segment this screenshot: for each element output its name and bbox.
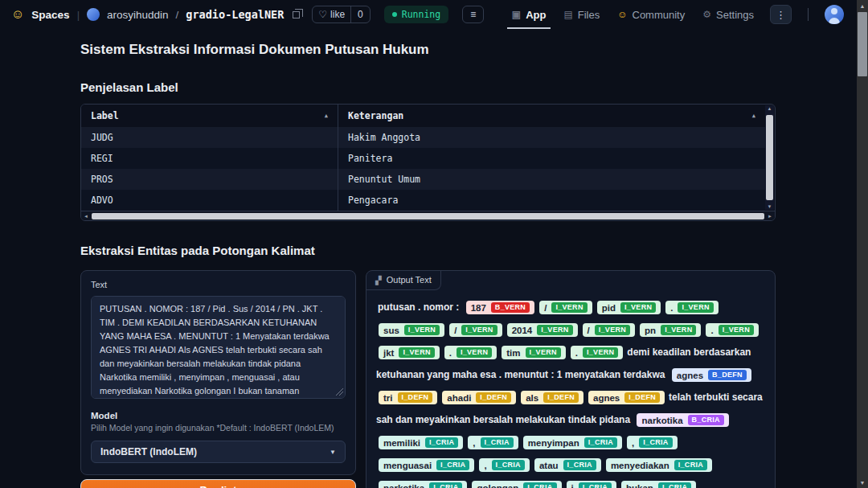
owner-link[interactable]: arosyihuddin xyxy=(107,9,169,21)
nav-tab-settings[interactable]: ⚙Settings xyxy=(702,0,754,29)
output-text-segment: putusan . nomor : xyxy=(378,301,459,313)
page-title: Sistem Ekstraksi Informasi Dokumen Putus… xyxy=(80,42,776,58)
nav-tab-app[interactable]: ▣App xyxy=(512,0,547,29)
entity-chip[interactable]: alsI_DEFN xyxy=(521,391,583,404)
entity-chip[interactable]: ,I_CRIA xyxy=(479,458,530,472)
like-count[interactable]: 0 xyxy=(350,6,370,23)
keterangan-cell[interactable]: Panitera xyxy=(338,148,765,169)
column-header-label[interactable]: Label▲ xyxy=(81,105,338,127)
entity-token: menguasai xyxy=(383,461,432,470)
entity-chip[interactable]: /I_VERN xyxy=(539,301,592,314)
entity-chip[interactable]: .I_VERN xyxy=(444,346,497,359)
entity-chip[interactable]: pidI_VERN xyxy=(597,301,661,314)
like-button[interactable]: ♡ like 0 xyxy=(312,6,370,23)
table-hscroll-thumb[interactable] xyxy=(92,213,764,219)
sort-icon[interactable]: ▲ xyxy=(325,113,328,119)
entity-chip[interactable]: ,I_CRIA xyxy=(468,436,518,449)
entity-tag-badge: I_DEFN xyxy=(476,392,511,403)
entity-chip[interactable]: ahadiI_DEFN xyxy=(442,391,516,404)
output-tab-label: Output Text xyxy=(387,275,432,285)
copy-icon[interactable] xyxy=(293,11,300,18)
scroll-right-icon[interactable]: ► xyxy=(768,214,772,219)
entity-tag-badge: I_CRIA xyxy=(658,482,691,488)
table-horizontal-scrollbar[interactable]: ◄ ► xyxy=(81,211,775,220)
scroll-down-icon[interactable]: ▼ xyxy=(857,477,868,488)
more-options-button[interactable]: ⋮ xyxy=(770,5,792,24)
owner-avatar[interactable] xyxy=(87,8,100,21)
entity-tag-badge: I_CRIA xyxy=(523,482,556,488)
entity-chip[interactable]: golonganI_CRIA xyxy=(472,481,561,488)
model-dropdown[interactable]: IndoBERT (IndoLEM) ▼ xyxy=(91,441,346,463)
entity-chip[interactable]: 2014I_VERN xyxy=(507,323,578,337)
entity-tag-badge: I_VERN xyxy=(661,325,696,335)
entity-chip[interactable]: pnI_VERN xyxy=(640,323,701,337)
entity-chip[interactable]: .I_VERN xyxy=(706,323,759,337)
entity-tag-badge: I_DEFN xyxy=(398,392,433,403)
status-badge[interactable]: Running xyxy=(384,6,448,23)
entity-chip[interactable]: ,I_CRIA xyxy=(627,436,678,449)
nav-tab-label: Files xyxy=(578,9,600,21)
entity-chip[interactable]: susI_VERN xyxy=(379,323,444,337)
app-content: Sistem Ekstraksi Informasi Dokumen Putus… xyxy=(0,29,776,488)
logs-button[interactable]: ≡ xyxy=(462,6,484,23)
keterangan-cell[interactable]: Penuntut Umum xyxy=(338,169,765,190)
table-vscroll-thumb[interactable] xyxy=(766,115,773,200)
entity-chip[interactable]: jktI_VERN xyxy=(379,346,440,359)
entity-chip[interactable]: bukanI_CRIA xyxy=(621,481,696,488)
entity-chip[interactable]: narkotikaB_CRIA xyxy=(637,413,728,427)
entity-chip[interactable]: /I_VERN xyxy=(583,323,636,337)
extraction-columns: Text PUTUSAN . NOMOR : 187 / Pid . Sus /… xyxy=(80,270,776,488)
keterangan-cell[interactable]: Pengacara xyxy=(338,190,765,211)
scroll-down-icon[interactable]: ▼ xyxy=(768,204,772,209)
scroll-up-icon[interactable]: ▲ xyxy=(768,106,772,111)
entity-tag-badge: I_VERN xyxy=(620,302,656,313)
entity-chip[interactable]: menyediakanI_CRIA xyxy=(606,458,712,472)
repo-link[interactable]: gradio-LegalNER xyxy=(186,8,284,21)
entity-token: sus xyxy=(383,326,399,335)
page-scroll-thumb[interactable] xyxy=(858,12,867,76)
scroll-left-icon[interactable]: ◄ xyxy=(84,214,88,219)
entity-chip[interactable]: 187B_VERN xyxy=(466,301,535,314)
table-row: JUDGHakim Anggota xyxy=(81,127,765,148)
label-cell[interactable]: PROS xyxy=(81,169,338,190)
output-highlighted-text: putusan . nomor : 187B_VERN/I_VERNpidI_V… xyxy=(366,290,775,488)
predict-button[interactable]: Predict xyxy=(80,479,356,488)
entity-chip[interactable]: menyimpanI_CRIA xyxy=(523,436,622,449)
label-cell[interactable]: REGI xyxy=(81,148,338,169)
page-scrollbar[interactable]: ▲ ▼ xyxy=(857,0,868,488)
resize-handle[interactable] xyxy=(335,388,343,396)
spaces-link[interactable]: Spaces xyxy=(31,9,69,21)
nav-tab-files[interactable]: ▤Files xyxy=(563,0,600,29)
scroll-up-icon[interactable]: ▲ xyxy=(857,0,868,11)
entity-chip[interactable]: atauI_CRIA xyxy=(534,458,601,472)
entity-tag-badge: I_CRIA xyxy=(436,460,469,470)
entity-chip[interactable]: agnesB_DEFN xyxy=(672,368,751,382)
entity-chip[interactable]: timI_VERN xyxy=(502,346,566,359)
table-vertical-scrollbar[interactable]: ▲ ▼ xyxy=(765,105,774,210)
entity-chip[interactable]: menguasaiI_CRIA xyxy=(379,458,474,472)
entity-chip[interactable]: .I_VERN xyxy=(665,301,719,314)
entity-token: bukan xyxy=(626,483,653,488)
text-input[interactable]: PUTUSAN . NOMOR : 187 / Pid . Sus / 2014… xyxy=(91,296,346,399)
entity-chip[interactable]: memilikiI_CRIA xyxy=(379,436,463,449)
entity-token: i xyxy=(571,483,574,488)
column-header-keterangan[interactable]: Keterangan▲ xyxy=(338,105,765,127)
entity-chip[interactable]: triI_DEFN xyxy=(379,391,437,404)
entity-token: . xyxy=(670,303,673,313)
label-cell[interactable]: JUDG xyxy=(81,127,338,148)
files-icon: ▤ xyxy=(563,10,572,19)
user-avatar[interactable] xyxy=(825,5,844,24)
nav-tab-community[interactable]: ☺Community xyxy=(617,0,685,29)
chevron-down-icon: ▼ xyxy=(330,449,336,456)
entity-chip[interactable]: /I_VERN xyxy=(449,323,502,337)
table-row: REGIPanitera xyxy=(81,148,765,169)
entity-chip[interactable]: .I_VERN xyxy=(571,346,624,359)
entity-token: . xyxy=(575,348,578,358)
label-cell[interactable]: ADVO xyxy=(81,190,338,211)
entity-chip[interactable]: agnesI_DEFN xyxy=(588,391,665,404)
sort-icon[interactable]: ▲ xyxy=(752,113,755,119)
entity-chip[interactable]: narkotikaI_CRIA xyxy=(379,481,467,488)
keterangan-cell[interactable]: Hakim Anggota xyxy=(338,127,765,148)
header-brand: ☺ Spaces | arosyihuddin / gradio-LegalNE… xyxy=(11,6,484,23)
entity-chip[interactable]: iI_CRIA xyxy=(567,481,617,488)
